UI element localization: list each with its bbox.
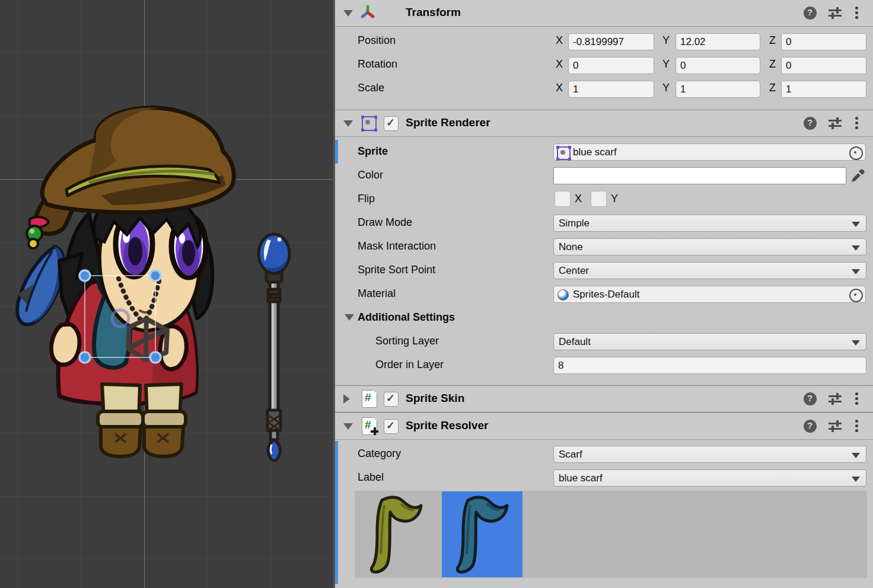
transform-foldout[interactable]	[343, 10, 353, 17]
flip-x-checkbox[interactable]	[555, 191, 571, 207]
scale-label: Scale	[358, 82, 384, 94]
sprite-renderer-foldout[interactable]	[343, 120, 353, 127]
help-icon[interactable]	[804, 392, 817, 405]
rotation-label: Rotation	[358, 58, 397, 71]
order-in-layer-label: Order in Layer	[375, 359, 444, 371]
sprite-renderer-title: Sprite Renderer	[406, 116, 490, 129]
rotation-y-field[interactable]: 0	[676, 57, 760, 74]
help-icon[interactable]	[804, 117, 817, 130]
presets-icon[interactable]	[829, 420, 842, 432]
unity-editor-window: Transform Position X -0.8199997 Y 12.02 …	[0, 0, 873, 588]
flip-y-label: Y	[611, 193, 618, 205]
character-sprite[interactable]	[0, 0, 333, 588]
prefab-override-bar	[335, 441, 338, 584]
sprite-sort-point-label: Sprite Sort Point	[358, 264, 435, 276]
more-menu-icon[interactable]	[855, 392, 858, 405]
presets-icon[interactable]	[829, 7, 842, 19]
inspector-panel: Transform Position X -0.8199997 Y 12.02 …	[335, 0, 873, 588]
sprite-skin-title: Sprite Skin	[406, 392, 464, 405]
more-menu-icon[interactable]	[855, 117, 858, 130]
draw-mode-label: Draw Mode	[358, 216, 412, 229]
selection-handle[interactable]	[150, 352, 161, 363]
sorting-layer-label: Sorting Layer	[375, 335, 439, 347]
scale-x-field[interactable]: 1	[568, 81, 654, 98]
mask-interaction-label: Mask Interaction	[358, 240, 436, 253]
sprite-skin-header[interactable]: Sprite Skin	[335, 386, 873, 413]
selection-handle[interactable]	[150, 270, 161, 281]
eyedropper-icon[interactable]	[850, 168, 865, 184]
sprite-resolver-enabled-checkbox[interactable]	[384, 419, 399, 434]
sprite-variant-strip	[355, 491, 867, 578]
presets-icon[interactable]	[829, 117, 842, 129]
position-x-field[interactable]: -0.8199997	[568, 33, 654, 50]
axis-y-label: Y	[662, 58, 670, 71]
rotation-z-field[interactable]: 0	[781, 57, 866, 74]
object-picker-icon[interactable]	[849, 146, 863, 160]
color-swatch[interactable]	[553, 167, 846, 184]
additional-settings-foldout[interactable]	[345, 314, 354, 321]
axis-y-label: Y	[662, 82, 670, 94]
transform-icon	[360, 5, 375, 20]
plus-badge-icon	[371, 427, 378, 435]
axis-x-label: X	[556, 34, 563, 47]
sprite-resolver-header[interactable]: Sprite Resolver	[335, 413, 873, 440]
sprite-resolver-foldout[interactable]	[343, 423, 353, 430]
presets-icon[interactable]	[829, 393, 842, 405]
mask-interaction-dropdown[interactable]: None	[553, 238, 866, 255]
selection-handle[interactable]	[79, 270, 90, 281]
material-label: Material	[358, 287, 396, 300]
help-icon[interactable]	[804, 420, 817, 433]
position-z-field[interactable]: 0	[781, 33, 866, 50]
flip-label: Flip	[358, 193, 375, 205]
prefab-override-bar	[335, 140, 338, 164]
sprite-renderer-icon	[362, 116, 377, 131]
category-dropdown[interactable]: Scarf	[553, 446, 866, 463]
axis-z-label: Z	[769, 34, 776, 47]
scene-view[interactable]	[0, 0, 333, 588]
order-in-layer-field[interactable]: 8	[553, 357, 866, 374]
axis-x-label: X	[556, 58, 563, 71]
transform-header[interactable]: Transform	[335, 0, 873, 27]
sprite-label: Sprite	[358, 145, 388, 158]
additional-settings-label: Additional Settings	[358, 311, 455, 324]
color-label: Color	[358, 169, 383, 181]
position-y-field[interactable]: 12.02	[676, 33, 760, 50]
transform-title: Transform	[406, 6, 461, 19]
axis-x-label: X	[556, 82, 563, 94]
position-label: Position	[358, 34, 396, 47]
flip-x-label: X	[575, 193, 582, 205]
flip-y-checkbox[interactable]	[591, 191, 607, 207]
more-menu-icon[interactable]	[855, 420, 858, 433]
category-label: Category	[358, 448, 401, 460]
sprite-object-field[interactable]: blue scarf	[553, 143, 866, 161]
label-dropdown[interactable]: blue scarf	[553, 469, 866, 487]
object-picker-icon[interactable]	[849, 289, 863, 302]
sprite-sort-point-dropdown[interactable]: Center	[553, 262, 866, 279]
sprite-thumbnail-icon	[557, 146, 571, 160]
sprite-renderer-enabled-checkbox[interactable]	[384, 116, 399, 131]
rotation-x-field[interactable]: 0	[568, 57, 654, 74]
staff-sprite	[259, 234, 289, 461]
scale-y-field[interactable]: 1	[676, 81, 760, 98]
draw-mode-dropdown[interactable]: Simple	[553, 215, 866, 232]
material-object-field[interactable]: Sprites-Default	[553, 286, 866, 303]
label-label: Label	[358, 471, 384, 484]
axis-y-label: Y	[662, 34, 670, 47]
thumbnail-green-scarf[interactable]	[356, 491, 436, 577]
selection-handle[interactable]	[79, 352, 90, 363]
more-menu-icon[interactable]	[855, 7, 858, 20]
help-icon[interactable]	[804, 7, 817, 20]
sorting-layer-dropdown[interactable]: Default	[553, 333, 866, 350]
thumbnail-blue-scarf-selected[interactable]	[442, 491, 522, 577]
axis-z-label: Z	[769, 82, 776, 94]
sprite-skin-foldout[interactable]	[343, 394, 350, 404]
material-sphere-icon	[557, 289, 569, 301]
sprite-renderer-header[interactable]: Sprite Renderer	[335, 110, 873, 137]
scale-z-field[interactable]: 1	[781, 81, 866, 98]
sprite-skin-enabled-checkbox[interactable]	[384, 392, 399, 407]
sprite-resolver-title: Sprite Resolver	[406, 419, 488, 432]
sprite-skin-script-icon	[362, 390, 377, 408]
axis-z-label: Z	[769, 58, 776, 71]
